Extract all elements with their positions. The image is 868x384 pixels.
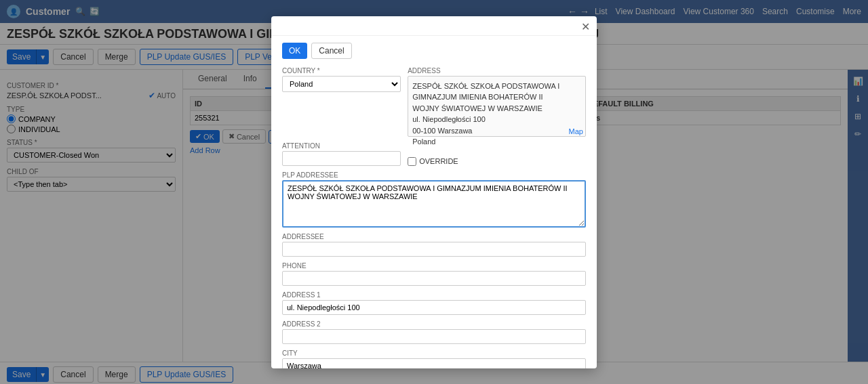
modal-address2-label: ADDRESS 2 — [282, 320, 586, 328]
modal-country-field: COUNTRY * Poland — [282, 67, 401, 137]
modal-address1-input[interactable] — [282, 300, 586, 315]
modal-close-button[interactable]: ✕ — [581, 22, 590, 33]
modal-attention-input[interactable] — [282, 151, 401, 166]
modal-body: OK Cancel COUNTRY * Poland ADDRESS ZESPÓ… — [271, 36, 597, 368]
modal-city-field: CITY — [282, 349, 586, 368]
modal-header: ✕ — [271, 16, 597, 36]
modal-country-select[interactable]: Poland — [282, 76, 401, 92]
modal-city-label: CITY — [282, 349, 586, 357]
modal-addressee-row: ADDRESSEE — [282, 233, 586, 257]
modal-address1-field: ADDRESS 1 — [282, 291, 586, 315]
modal-address-box: ZESPÓŁ SZKÓŁ SZKOŁA PODSTAWOWA I GIMNAZJ… — [408, 76, 586, 137]
modal-addressee-input[interactable] — [282, 242, 586, 257]
modal-address2-input[interactable] — [282, 329, 586, 344]
modal-plp-label: PLP ADDRESSEE — [282, 171, 586, 179]
modal-city-input[interactable] — [282, 358, 586, 368]
modal-address-display-field: ADDRESS ZESPÓŁ SZKÓŁ SZKOŁA PODSTAWOWA I… — [408, 67, 586, 137]
modal-attention-label: ATTENTION — [282, 142, 401, 150]
modal-address2-row: ADDRESS 2 — [282, 320, 586, 344]
modal-override-label: OVERRIDE — [419, 157, 458, 165]
modal-ok-button-top[interactable]: OK — [282, 43, 307, 59]
modal-phone-input[interactable] — [282, 271, 586, 286]
modal-cancel-button-top[interactable]: Cancel — [311, 43, 351, 59]
modal-address2-field: ADDRESS 2 — [282, 320, 586, 344]
modal-addressee-field: ADDRESSEE — [282, 233, 586, 257]
modal-override-checkbox[interactable] — [408, 157, 416, 166]
modal-addressee-label: ADDRESSEE — [282, 233, 586, 240]
modal-country-row: COUNTRY * Poland ADDRESS ZESPÓŁ SZKÓŁ SZ… — [282, 67, 586, 137]
modal-phone-field: PHONE — [282, 262, 586, 286]
modal-map-link[interactable]: Map — [569, 127, 583, 135]
modal-plp-textarea[interactable] — [282, 180, 586, 228]
modal-city-row: CITY — [282, 349, 586, 368]
modal-country-label: COUNTRY * — [282, 67, 401, 74]
modal-top-buttons: OK Cancel — [282, 43, 586, 59]
modal-overlay: ✕ OK Cancel COUNTRY * Poland ADD — [0, 0, 868, 384]
modal-plp-field: PLP ADDRESSEE — [282, 171, 586, 228]
modal-override-row: OVERRIDE — [408, 157, 586, 166]
modal-address-label: ADDRESS — [408, 67, 586, 74]
modal-address1-label: ADDRESS 1 — [282, 291, 586, 299]
modal-phone-row: PHONE — [282, 262, 586, 286]
modal-attention-field: ATTENTION — [282, 142, 401, 166]
modal-plp-row: PLP ADDRESSEE — [282, 171, 586, 228]
modal-address1-row: ADDRESS 1 — [282, 291, 586, 315]
address-modal: ✕ OK Cancel COUNTRY * Poland ADD — [271, 16, 597, 368]
modal-phone-label: PHONE — [282, 262, 586, 270]
